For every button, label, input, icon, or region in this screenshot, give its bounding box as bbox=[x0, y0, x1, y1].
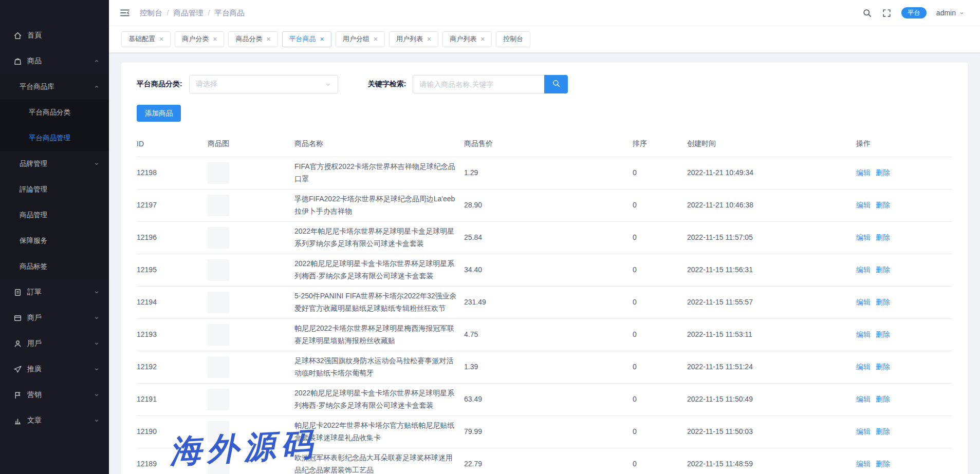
sidebar-item-orders[interactable]: 訂單 bbox=[0, 279, 109, 305]
cell-sort: 0 bbox=[633, 189, 687, 221]
breadcrumb-separator: / bbox=[167, 9, 169, 17]
user-menu[interactable]: admin bbox=[936, 9, 965, 17]
sidebar-item-goods[interactable]: 商品 bbox=[0, 48, 109, 74]
cell-name: 5-250件PANINI FIFA世界杯卡塔尔2022年32强业余爱好官方收藏明… bbox=[294, 286, 464, 318]
sidebar-item-goods-tags[interactable]: 商品标签 bbox=[0, 254, 109, 279]
product-image-placeholder bbox=[208, 195, 229, 216]
edit-link[interactable]: 编辑 bbox=[856, 266, 871, 274]
tab-label: 用户列表 bbox=[396, 34, 423, 44]
edit-link[interactable]: 编辑 bbox=[856, 298, 871, 306]
cell-price: 25.84 bbox=[464, 221, 633, 254]
table-row: 121945-250件PANINI FIFA世界杯卡塔尔2022年32强业余爱好… bbox=[137, 286, 952, 318]
cell-actions: 编辑删除 bbox=[856, 221, 952, 254]
cell-price: 4.75 bbox=[464, 318, 633, 351]
cell-image bbox=[208, 415, 294, 448]
tab-platform-goods[interactable]: 平台商品× bbox=[282, 31, 331, 47]
content-area: 平台商品分类: 请选择 关键字检索: 添加商品 bbox=[109, 52, 980, 474]
sidebar-item-merchants[interactable]: 商戶 bbox=[0, 305, 109, 331]
delete-link[interactable]: 删除 bbox=[876, 363, 890, 371]
edit-link[interactable]: 编辑 bbox=[856, 168, 871, 177]
tab-console[interactable]: 控制台 bbox=[496, 31, 530, 47]
tab-label: 商户列表 bbox=[450, 34, 476, 44]
tab-merchant-category[interactable]: 商户分类× bbox=[175, 31, 224, 47]
cell-name: 孚德FIFA2022卡塔尔世界杯足球纪念品周边La'eeb拉伊卜手办吉祥物 bbox=[294, 189, 464, 221]
breadcrumb-item[interactable]: 控制台 bbox=[140, 8, 162, 18]
edit-link[interactable]: 编辑 bbox=[856, 201, 871, 209]
delete-link[interactable]: 删除 bbox=[876, 168, 890, 177]
cell-actions: 编辑删除 bbox=[856, 415, 952, 448]
sidebar-item-brand-manage[interactable]: 品牌管理 bbox=[0, 151, 109, 177]
sidebar-item-guarantee-service[interactable]: 保障服务 bbox=[0, 228, 109, 254]
column-header: 创建时间 bbox=[687, 131, 856, 157]
menu-fold-icon[interactable] bbox=[119, 7, 131, 18]
edit-link[interactable]: 编辑 bbox=[856, 330, 871, 338]
category-select[interactable]: 请选择 bbox=[189, 75, 338, 93]
edit-link[interactable]: 编辑 bbox=[856, 363, 871, 371]
edit-link[interactable]: 编辑 bbox=[856, 427, 871, 435]
table-row: 12192足球杯32强国旗纹身防水运动会马拉松赛事派对活动临时贴纸卡塔尔葡萄牙1… bbox=[137, 351, 952, 383]
cell-id: 12190 bbox=[137, 415, 208, 448]
edit-link[interactable]: 编辑 bbox=[856, 395, 871, 403]
edit-link[interactable]: 编辑 bbox=[856, 460, 871, 468]
sidebar-item-marketing[interactable]: 营销 bbox=[0, 382, 109, 408]
sidebar-item-promotion[interactable]: 推廣 bbox=[0, 356, 109, 382]
delete-link[interactable]: 删除 bbox=[876, 330, 890, 338]
sidebar-item-review-manage[interactable]: 評論管理 bbox=[0, 177, 109, 202]
delete-link[interactable]: 删除 bbox=[876, 266, 890, 274]
sidebar-item-users[interactable]: 用戶 bbox=[0, 331, 109, 356]
cell-name: 帕尼尼2022卡塔尔世界杯足球明星梅西海报冠军联赛足球明星墙贴海报粉丝收藏贴 bbox=[294, 318, 464, 351]
table-row: 12190帕尼尼卡2022年世界杯卡塔尔官方贴纸帕尼尼贴纸盒套装球迷球星礼品收集… bbox=[137, 415, 952, 448]
tab-close-icon[interactable]: × bbox=[427, 35, 431, 43]
product-table: ID商品图商品名称商品售价排序创建时间操作 12198FIFA官方授权2022卡… bbox=[137, 131, 952, 474]
keyword-input[interactable] bbox=[413, 75, 544, 93]
cell-id: 12192 bbox=[137, 351, 208, 383]
cell-created: 2022-11-15 11:56:31 bbox=[687, 254, 856, 286]
tab-label: 控制台 bbox=[503, 34, 523, 44]
search-icon[interactable] bbox=[862, 8, 872, 18]
edit-link[interactable]: 编辑 bbox=[856, 233, 871, 241]
column-header: 商品售价 bbox=[464, 131, 633, 157]
tab-close-icon[interactable]: × bbox=[320, 35, 324, 43]
home-icon bbox=[13, 31, 22, 40]
tab-close-icon[interactable]: × bbox=[213, 35, 217, 43]
sidebar-item-label: 商品 bbox=[27, 56, 42, 66]
sidebar: 首頁商品平台商品库平台商品分类平台商品管理品牌管理評論管理商品管理保障服务商品标… bbox=[0, 0, 109, 474]
tab-user-list[interactable]: 用户列表× bbox=[389, 31, 438, 47]
fullscreen-icon[interactable] bbox=[882, 8, 892, 18]
delete-link[interactable]: 删除 bbox=[876, 201, 890, 209]
breadcrumb-item[interactable]: 商品管理 bbox=[174, 8, 204, 18]
delete-link[interactable]: 删除 bbox=[876, 395, 890, 403]
cell-name: 欧洲冠军杯表彰纪念品大耳朵联赛足球奖杯球迷用品纪念品家居装饰工艺品 bbox=[294, 448, 464, 474]
add-product-button[interactable]: 添加商品 bbox=[137, 105, 181, 122]
column-header: ID bbox=[137, 131, 208, 157]
column-header: 商品名称 bbox=[294, 131, 464, 157]
delete-link[interactable]: 删除 bbox=[876, 298, 890, 306]
cell-created: 2022-11-15 11:57:05 bbox=[687, 221, 856, 254]
tab-merchant-list[interactable]: 商户列表× bbox=[442, 31, 492, 47]
tab-close-icon[interactable]: × bbox=[159, 35, 163, 43]
sidebar-item-goods-manage[interactable]: 商品管理 bbox=[0, 202, 109, 228]
tab-basic-config[interactable]: 基础配置× bbox=[121, 31, 171, 47]
platform-badge: 平台 bbox=[901, 7, 927, 18]
tab-goods-category[interactable]: 商品分类× bbox=[228, 31, 278, 47]
sidebar-item-label: 商品标签 bbox=[20, 262, 47, 271]
tab-user-group[interactable]: 用户分组× bbox=[336, 31, 385, 47]
username: admin bbox=[936, 9, 956, 17]
sidebar-item-platform-goods-lib[interactable]: 平台商品库 bbox=[0, 74, 109, 100]
delete-link[interactable]: 删除 bbox=[876, 460, 890, 468]
delete-link[interactable]: 删除 bbox=[876, 233, 890, 241]
sidebar-item-articles[interactable]: 文章 bbox=[0, 408, 109, 433]
sidebar-item-home[interactable]: 首頁 bbox=[0, 23, 109, 48]
sidebar-item-platform-goods-manage[interactable]: 平台商品管理 bbox=[0, 125, 109, 151]
cell-price: 1.29 bbox=[464, 157, 633, 189]
cell-sort: 0 bbox=[633, 415, 687, 448]
tab-close-icon[interactable]: × bbox=[266, 35, 270, 43]
tab-close-icon[interactable]: × bbox=[374, 35, 378, 43]
delete-link[interactable]: 删除 bbox=[876, 427, 890, 435]
table-header: ID商品图商品名称商品售价排序创建时间操作 bbox=[137, 131, 952, 157]
breadcrumb-item[interactable]: 平台商品 bbox=[215, 8, 245, 18]
cell-actions: 编辑删除 bbox=[856, 351, 952, 383]
keyword-search-button[interactable] bbox=[544, 75, 568, 93]
sidebar-item-platform-goods-category[interactable]: 平台商品分类 bbox=[0, 100, 109, 125]
tab-close-icon[interactable]: × bbox=[480, 35, 485, 43]
